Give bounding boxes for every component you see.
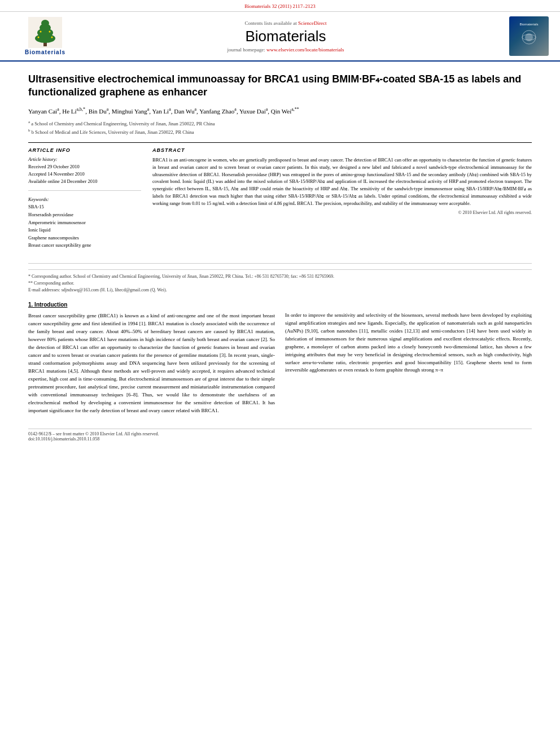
intro-paragraph-1: Breast cancer susceptibility gene (BRCA1… <box>28 312 275 414</box>
journal-homepage: journal homepage: www.elsevier.com/locat… <box>79 47 492 53</box>
keyword-3: Amperometric immunosensor <box>28 219 141 227</box>
accepted-date: Accepted 14 November 2010 <box>28 171 141 178</box>
homepage-prefix: journal homepage: <box>228 47 266 53</box>
bottom-bar: 0142-9612/$ – see front matter © 2010 El… <box>28 429 532 442</box>
journal-header: Biomaterials Contents lists available at… <box>0 12 560 62</box>
publisher-logo: Biomaterials <box>11 17 79 55</box>
elsevier-wordmark: Biomaterials <box>25 49 65 55</box>
detected-text-span: has show <box>496 344 515 350</box>
email-addresses: sdjndxwq@163.com (H. Li), lihecd@gmail.c… <box>62 287 167 292</box>
footnote-corresponding1: * Corresponding author. School of Chemis… <box>28 273 532 280</box>
affiliation-b: b b School of Medical and Life Sciences,… <box>28 128 532 136</box>
info-divider <box>28 190 141 191</box>
badge-graphic-icon <box>515 26 543 49</box>
keyword-1: SBA-15 <box>28 203 141 211</box>
svg-point-5 <box>41 20 49 27</box>
biomaterials-badge: Biomaterials <box>509 16 549 56</box>
article-info: Article info Article history: Received 2… <box>28 147 141 254</box>
article-info-header: Article info <box>28 147 141 153</box>
keyword-6: Breast cancer susceptibility gene <box>28 242 141 250</box>
keyword-4: Ionic liquid <box>28 226 141 234</box>
elsevier-tree-icon <box>28 17 62 48</box>
article-title: Ultrasensitive electrochemical immunoass… <box>28 73 532 99</box>
article-history: Article history: Received 29 October 201… <box>28 156 141 185</box>
article-meta-row: Article info Article history: Received 2… <box>28 142 532 254</box>
intro-paragraph-2: In order to improve the sensitivity and … <box>285 312 532 375</box>
elsevier-logo: Biomaterials <box>25 17 65 55</box>
copyright: © 2010 Elsevier Ltd. All rights reserved… <box>152 210 532 215</box>
email-label: E-mail addresses: <box>28 287 60 292</box>
sciencedirect-link[interactable]: ScienceDirect <box>298 20 326 26</box>
keyword-5: Graphene nanocomposites <box>28 234 141 242</box>
available-date: Available online 24 December 2010 <box>28 178 141 185</box>
footnotes: * Corresponding author. School of Chemis… <box>28 269 532 294</box>
copyright-notice: 0142-9612/$ – see front matter © 2010 El… <box>28 431 159 442</box>
sciencedirect-line: Contents lists available at ScienceDirec… <box>79 20 492 26</box>
article-title-text: Ultrasensitive electrochemical immunoass… <box>28 73 521 98</box>
intro-heading-text: 1. Introduction <box>28 302 67 308</box>
keywords-list: SBA-15 Horseradish peroxidase Amperometr… <box>28 203 141 250</box>
intro-heading: 1. Introduction <box>28 300 275 309</box>
journal-badge: Biomaterials <box>492 16 549 56</box>
journal-ref-text: Biomaterials 32 (2011) 2117–2123 <box>244 3 316 9</box>
keywords-label: Keywords: <box>28 196 141 202</box>
svg-point-9 <box>49 31 51 33</box>
footnote-emails: E-mail addresses: sdjndxwq@163.com (H. L… <box>28 287 532 294</box>
copyright-text: 0142-9612/$ – see front matter © 2010 El… <box>28 431 159 436</box>
authors: Yanyan Caia, He Lia,b,*, Bin Dua, Minghu… <box>28 106 532 116</box>
keyword-2: Horseradish peroxidase <box>28 211 141 219</box>
content-divider <box>28 263 532 264</box>
abstract-text: BRCA1 is an anti-oncogene in women, who … <box>152 156 532 207</box>
article-content: Ultrasensitive electrochemical immunoass… <box>0 62 560 453</box>
received-date: Received 29 October 2010 <box>28 163 141 171</box>
history-label: Article history: <box>28 156 141 162</box>
footnote-corresponding2: ** Corresponding author. <box>28 280 532 287</box>
body-columns: 1. Introduction Breast cancer susceptibi… <box>28 300 532 420</box>
body-col-right: In order to improve the sensitivity and … <box>285 300 532 420</box>
svg-point-8 <box>40 31 42 33</box>
homepage-link[interactable]: www.elsevier.com/locate/biomaterials <box>266 47 344 53</box>
svg-point-6 <box>38 37 40 38</box>
abstract-section: Abstract BRCA1 is an anti-oncogene in wo… <box>152 147 532 254</box>
journal-title: Biomaterials <box>79 28 492 45</box>
affiliations: a a School of Chemistry and Chemical Eng… <box>28 119 532 136</box>
sciencedirect-prefix: Contents lists available at <box>245 20 298 26</box>
journal-reference: Biomaterials 32 (2011) 2117–2123 <box>0 0 560 12</box>
svg-point-7 <box>51 37 53 38</box>
doi-text: doi:10.1016/j.biomaterials.2010.11.058 <box>28 436 159 442</box>
abstract-header: Abstract <box>152 147 532 153</box>
affiliation-a: a a School of Chemistry and Chemical Eng… <box>28 119 532 128</box>
body-col-left: 1. Introduction Breast cancer susceptibi… <box>28 300 275 420</box>
keywords-section: Keywords: SBA-15 Horseradish peroxidase … <box>28 196 141 250</box>
journal-header-center: Contents lists available at ScienceDirec… <box>79 20 492 53</box>
